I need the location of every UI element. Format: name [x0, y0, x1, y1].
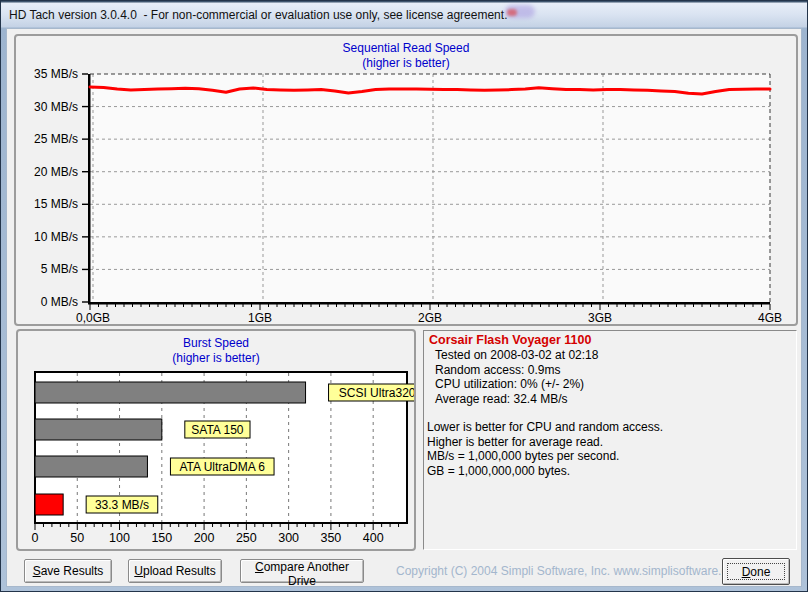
svg-text:100: 100 [109, 531, 130, 545]
note-gb-definition: GB = 1,000,000,000 bytes. [424, 464, 796, 479]
svg-text:150: 150 [151, 531, 172, 545]
svg-text:0: 0 [32, 531, 39, 545]
hdtach-window: HD Tach version 3.0.4.0 - For non-commer… [0, 0, 808, 592]
titlebar-smudge-red [507, 9, 517, 16]
svg-text:15 MB/s: 15 MB/s [34, 197, 78, 211]
drive-info-panel: Corsair Flash Voyager 1100 Tested on 200… [423, 330, 797, 550]
done-button-frame: Done [722, 558, 790, 585]
window-title: HD Tach version 3.0.4.0 - For non-commer… [9, 8, 507, 22]
copyright-text: Copyright (C) 2004 Simpli Software, Inc.… [396, 564, 744, 578]
compare-another-drive-button[interactable]: Compare Another Drive [240, 559, 364, 583]
info-gap [424, 406, 796, 420]
tested-on-line: Tested on 2008-03-02 at 02:18 [424, 348, 796, 363]
note-lower-better: Lower is better for CPU and random acces… [424, 420, 796, 435]
svg-text:250: 250 [236, 531, 257, 545]
note-mbs-definition: MB/s = 1,000,000 bytes per second. [424, 449, 796, 464]
burst-speed-chart: SCSI Ultra320SATA 150ATA UltraDMA 633.3 … [18, 331, 414, 549]
svg-text:20 MB/s: 20 MB/s [34, 165, 78, 179]
burst-speed-panel: Burst Speed (higher is better) SCSI Ultr… [16, 329, 416, 551]
svg-text:200: 200 [194, 531, 215, 545]
sequential-read-chart: 0 MB/s5 MB/s10 MB/s15 MB/s20 MB/s25 MB/s… [16, 36, 796, 324]
svg-text:300: 300 [278, 531, 299, 545]
window-content: Sequential Read Speed (higher is better)… [6, 28, 802, 587]
svg-text:SCSI Ultra320: SCSI Ultra320 [339, 386, 414, 400]
random-access-line: Random access: 0.9ms [424, 363, 796, 378]
svg-text:25 MB/s: 25 MB/s [34, 132, 78, 146]
svg-text:SATA 150: SATA 150 [191, 423, 244, 437]
drive-name: Corsair Flash Voyager 1100 [424, 333, 796, 348]
svg-text:350: 350 [320, 531, 341, 545]
svg-text:ATA UltraDMA 6: ATA UltraDMA 6 [179, 460, 265, 474]
svg-text:400: 400 [363, 531, 384, 545]
svg-text:0 MB/s: 0 MB/s [41, 295, 78, 309]
svg-text:35 MB/s: 35 MB/s [34, 67, 78, 81]
svg-text:30 MB/s: 30 MB/s [34, 100, 78, 114]
done-button[interactable]: Done [724, 560, 788, 583]
svg-text:3GB: 3GB [588, 311, 612, 324]
average-read-line: Average read: 32.4 MB/s [424, 392, 796, 407]
sequential-read-panel: Sequential Read Speed (higher is better)… [14, 34, 798, 326]
svg-text:10 MB/s: 10 MB/s [34, 230, 78, 244]
svg-text:0,0GB: 0,0GB [76, 311, 110, 324]
save-results-button[interactable]: Save Results [24, 559, 112, 583]
titlebar[interactable]: HD Tach version 3.0.4.0 - For non-commer… [1, 1, 807, 28]
note-higher-better: Higher is better for average read. [424, 435, 796, 450]
svg-text:4GB: 4GB [758, 311, 782, 324]
svg-text:5 MB/s: 5 MB/s [41, 262, 78, 276]
svg-text:33.3 MB/s: 33.3 MB/s [95, 498, 149, 512]
cpu-utilization-line: CPU utilization: 0% (+/- 2%) [424, 377, 796, 392]
upload-results-button[interactable]: Upload Results [128, 559, 222, 583]
svg-text:2GB: 2GB [418, 311, 442, 324]
svg-text:50: 50 [70, 531, 84, 545]
svg-text:1GB: 1GB [248, 311, 272, 324]
